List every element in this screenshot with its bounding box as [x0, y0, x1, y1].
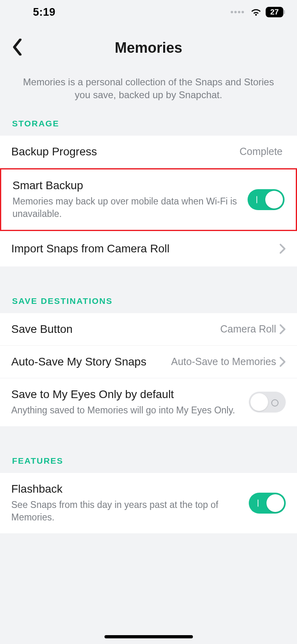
smart-backup-label: Smart Backup [12, 179, 248, 192]
eyes-only-sub: Anything saved to Memories will go into … [11, 404, 249, 417]
row-auto-save[interactable]: Auto-Save My Story Snaps Auto-Save to Me… [0, 346, 297, 378]
flashback-label: Flashback [11, 483, 249, 495]
section-header-save-destinations: SAVE DESTINATIONS [0, 291, 297, 313]
home-indicator[interactable] [104, 635, 193, 638]
row-eyes-only[interactable]: Save to My Eyes Only by default Anything… [0, 378, 297, 426]
signal-dots-icon [231, 11, 244, 13]
row-backup-progress[interactable]: Backup Progress Complete [0, 136, 297, 168]
back-button[interactable] [11, 39, 23, 57]
row-import-snaps[interactable]: Import Snaps from Camera Roll [0, 231, 297, 266]
smart-backup-toggle[interactable] [248, 189, 285, 210]
eyes-only-label: Save to My Eyes Only by default [11, 388, 249, 401]
page-description: Memories is a personal collection of the… [0, 68, 297, 114]
save-button-value: Camera Roll [220, 323, 276, 335]
battery-tip-icon [284, 10, 285, 14]
row-save-button[interactable]: Save Button Camera Roll [0, 313, 297, 346]
status-bar: 5:19 27 [0, 0, 297, 24]
section-header-storage: STORAGE [0, 114, 297, 136]
chevron-right-icon [279, 244, 286, 254]
section-header-features: FEATURES [0, 451, 297, 473]
backup-progress-value: Complete [240, 146, 283, 157]
import-snaps-label: Import Snaps from Camera Roll [11, 242, 279, 255]
row-flashback[interactable]: Flashback See Snaps from this day in yea… [0, 473, 297, 533]
eyes-only-toggle[interactable] [249, 392, 286, 413]
chevron-left-icon [11, 39, 23, 56]
flashback-toggle[interactable] [249, 493, 286, 514]
header: Memories [0, 24, 297, 68]
flashback-sub: See Snaps from this day in years past at… [11, 499, 249, 524]
auto-save-value: Auto-Save to Memories [171, 356, 276, 367]
status-right: 27 [231, 7, 285, 17]
page-title: Memories [11, 39, 286, 56]
row-smart-backup[interactable]: Smart Backup Memories may back up over m… [0, 168, 297, 231]
save-button-label: Save Button [11, 323, 220, 336]
status-time: 5:19 [33, 6, 55, 19]
chevron-right-icon [279, 324, 286, 334]
smart-backup-sub: Memories may back up over mobile data wh… [12, 195, 248, 220]
auto-save-label: Auto-Save My Story Snaps [11, 355, 171, 368]
backup-progress-label: Backup Progress [11, 145, 240, 158]
battery-level: 27 [266, 7, 283, 17]
wifi-icon [250, 8, 262, 17]
chevron-right-icon [279, 357, 286, 367]
